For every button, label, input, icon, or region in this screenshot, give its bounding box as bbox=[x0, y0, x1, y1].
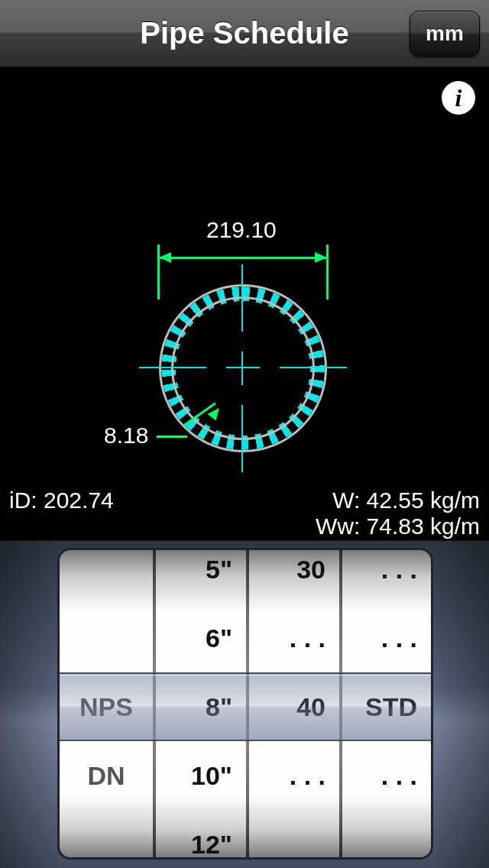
picker-item[interactable]: 40 bbox=[249, 672, 339, 741]
picker-item[interactable]: DN bbox=[60, 741, 153, 810]
picker-item[interactable]: 8" bbox=[156, 672, 246, 741]
pipe-diagram-area: i 219.10 8.18 iD: 202.74 W: 42.55 kg/m W… bbox=[0, 67, 489, 539]
picker-item[interactable] bbox=[249, 810, 339, 857]
pipe-cross-section-icon bbox=[159, 284, 327, 452]
picker-item[interactable]: . . . bbox=[342, 550, 431, 604]
outer-diameter-value: 219.10 bbox=[206, 217, 277, 243]
picker-item[interactable]: NPS bbox=[60, 672, 153, 741]
picker-item[interactable] bbox=[60, 550, 153, 604]
water-weight-per-length-label: Ww: 74.83 kg/m bbox=[316, 513, 480, 539]
picker-item[interactable] bbox=[342, 810, 431, 857]
picker-wheel-size[interactable]: 5" 6" 8" 10" 12" bbox=[156, 550, 246, 857]
picker-item[interactable]: 30 bbox=[249, 550, 339, 604]
picker-item[interactable]: 12" bbox=[156, 810, 246, 857]
picker-item[interactable]: 10" bbox=[156, 741, 246, 810]
picker-item[interactable]: 5" bbox=[156, 550, 246, 604]
picker-item[interactable] bbox=[60, 810, 153, 857]
od-dimension-line bbox=[157, 245, 329, 286]
picker-wheel-standard[interactable]: NPS DN bbox=[60, 550, 153, 857]
picker-frame: NPS DN 5" 6" 8" 10" 12" 30 . . . 40 . . … bbox=[60, 550, 431, 857]
picker-item[interactable] bbox=[60, 604, 153, 672]
inner-diameter-label: iD: 202.74 bbox=[9, 487, 114, 513]
info-icon[interactable]: i bbox=[442, 81, 475, 115]
title-bar: Pipe Schedule mm bbox=[0, 0, 489, 67]
picker-item[interactable]: . . . bbox=[249, 604, 339, 672]
picker-item[interactable]: STD bbox=[342, 672, 431, 741]
page-title: Pipe Schedule bbox=[140, 16, 348, 50]
weight-per-length-label: W: 42.55 kg/m bbox=[332, 487, 480, 513]
picker-panel: NPS DN 5" 6" 8" 10" 12" 30 . . . 40 . . … bbox=[0, 539, 489, 868]
picker-item[interactable]: 6" bbox=[156, 604, 246, 672]
wall-thickness-value: 8.18 bbox=[104, 423, 148, 449]
picker-item[interactable]: . . . bbox=[249, 741, 339, 810]
picker-item[interactable]: . . . bbox=[342, 604, 431, 672]
units-toggle-button[interactable]: mm bbox=[410, 11, 480, 57]
picker-wheel-schedule-num[interactable]: 30 . . . 40 . . . bbox=[249, 550, 339, 857]
picker-wheel-schedule-name[interactable]: . . . . . . STD . . . bbox=[342, 550, 431, 857]
picker-item[interactable]: . . . bbox=[342, 741, 431, 810]
